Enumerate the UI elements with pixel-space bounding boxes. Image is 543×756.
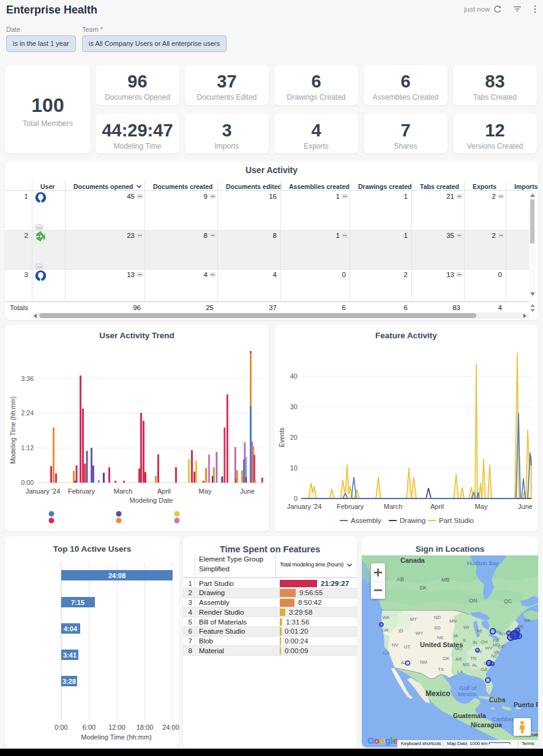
svg-text:Modeling Time (hh:mm): Modeling Time (hh:mm) (81, 733, 152, 741)
svg-text:3:36: 3:36 (21, 375, 34, 382)
svg-text:Puerto R: Puerto R (514, 701, 538, 708)
svg-text:WY: WY (416, 631, 423, 636)
svg-text:AR: AR (455, 656, 462, 662)
svg-text:Google: Google (367, 736, 398, 746)
svg-text:Assembly: Assembly (351, 517, 381, 524)
svg-text:Terms: Terms (522, 741, 534, 746)
svg-text:May: May (199, 487, 212, 495)
svg-text:2:24: 2:24 (21, 409, 34, 417)
svg-text:IN: IN (473, 640, 477, 645)
svg-text:TN: TN (470, 656, 476, 661)
svg-text:6:00: 6:00 (83, 724, 95, 731)
svg-text:1000 km: 1000 km (470, 741, 488, 746)
svg-text:1:12: 1:12 (21, 444, 34, 451)
svg-text:AB: AB (397, 576, 404, 582)
svg-text:Drawing: Drawing (400, 517, 425, 524)
svg-text:Part Studio: Part Studio (439, 517, 474, 524)
svg-text:0:00: 0:00 (21, 479, 34, 486)
svg-text:Keyboard shortcuts: Keyboard shortcuts (401, 741, 441, 746)
svg-text:OH: OH (481, 639, 487, 645)
svg-text:Guatemala: Guatemala (453, 712, 486, 719)
svg-text:0: 0 (294, 495, 298, 502)
svg-text:Map Data: Map Data (447, 741, 468, 746)
svg-text:10: 10 (290, 464, 298, 472)
svg-text:SD: SD (434, 625, 441, 631)
svg-text:TX: TX (438, 667, 444, 672)
svg-text:NY: NY (500, 631, 506, 637)
svg-text:IL: IL (463, 637, 466, 643)
svg-text:UT: UT (404, 644, 410, 650)
svg-text:March: March (384, 503, 403, 510)
svg-text:7:15: 7:15 (71, 599, 84, 606)
svg-text:20: 20 (290, 434, 298, 441)
svg-text:United States: United States (420, 641, 463, 648)
svg-text:Modeling Time (hh:mm): Modeling Time (hh:mm) (9, 396, 17, 464)
svg-text:March: March (114, 487, 133, 495)
svg-text:24:00: 24:00 (162, 724, 179, 731)
svg-text:IA: IA (454, 633, 459, 639)
svg-text:NV: NV (392, 642, 399, 648)
svg-text:3:41: 3:41 (63, 651, 77, 659)
svg-text:NM: NM (420, 659, 427, 665)
svg-text:February: February (337, 503, 364, 510)
svg-text:Cuba: Cuba (489, 696, 505, 703)
svg-text:30: 30 (290, 403, 298, 410)
svg-text:4:04: 4:04 (64, 625, 78, 632)
svg-text:LA: LA (457, 669, 463, 675)
svg-text:18:00: 18:00 (137, 724, 154, 731)
svg-text:Hudson Bay: Hudson Bay (467, 560, 499, 566)
svg-text:MB: MB (441, 577, 450, 583)
svg-text:OK: OK (443, 656, 449, 661)
svg-text:ON: ON (469, 598, 477, 604)
svg-text:June: June (240, 487, 255, 495)
svg-text:0:00: 0:00 (54, 724, 67, 731)
svg-text:May: May (475, 503, 488, 510)
svg-text:ID: ID (399, 628, 403, 634)
svg-text:3:28: 3:28 (62, 678, 76, 685)
svg-text:WA: WA (382, 615, 390, 620)
svg-text:Canada: Canada (400, 557, 425, 564)
svg-text:February: February (68, 487, 95, 495)
svg-text:WV: WV (485, 645, 493, 651)
svg-text:January '24: January '24 (287, 503, 322, 510)
svg-text:NC: NC (491, 653, 498, 659)
svg-text:12:00: 12:00 (108, 724, 125, 731)
svg-text:Mexico: Mexico (425, 689, 451, 698)
svg-text:40: 40 (290, 372, 298, 380)
svg-text:April: April (430, 503, 444, 510)
svg-text:Modeling Date: Modeling Date (130, 497, 173, 504)
svg-text:GA: GA (481, 667, 488, 672)
svg-text:MS: MS (463, 662, 470, 667)
svg-text:NB: NB (524, 618, 531, 623)
svg-text:MT: MT (410, 617, 417, 622)
svg-text:DE: DE (498, 644, 505, 650)
svg-text:June: June (518, 503, 533, 510)
svg-text:CA: CA (383, 650, 390, 656)
svg-text:MN: MN (449, 618, 457, 624)
svg-text:Events: Events (278, 428, 285, 447)
svg-text:MI: MI (477, 628, 482, 634)
svg-text:April: April (157, 487, 171, 495)
svg-text:January '24: January '24 (26, 487, 61, 495)
svg-text:ND: ND (434, 615, 441, 620)
svg-text:24:08: 24:08 (108, 572, 125, 579)
svg-text:Mexico: Mexico (458, 691, 476, 697)
svg-text:OR: OR (381, 628, 389, 633)
svg-text:AL: AL (472, 662, 477, 668)
svg-text:WI: WI (463, 624, 469, 630)
svg-text:NE: NE (437, 635, 444, 640)
svg-text:QC: QC (504, 598, 512, 604)
svg-text:SK: SK (419, 585, 427, 591)
